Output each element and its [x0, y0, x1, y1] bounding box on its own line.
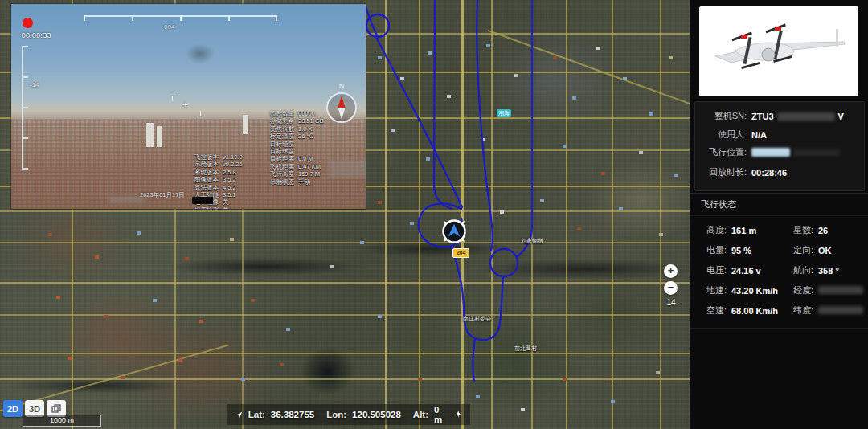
lat-label: Lat:	[248, 410, 265, 419]
record-timer: 00:00:33	[11, 31, 61, 39]
location-redacted	[751, 148, 790, 157]
coordinates-bar: Lat: 36.382755 Lon: 120.505028 Alt: 0 m	[227, 404, 470, 425]
compass-north-label: N	[339, 82, 345, 90]
telemetry-sidebar: 整机SN: ZTU3 V 使用人: N/A 飞行位置: 回放时长:	[690, 0, 868, 429]
lon-value: 120.505028	[352, 410, 401, 419]
longitude-stat: 经度:	[784, 280, 863, 300]
video-timestamp: 2023年01月17日	[140, 191, 185, 199]
heading-ruler	[84, 15, 277, 23]
airspeed-stat: 空速:68.00 Km/h	[698, 300, 778, 321]
app-window: 204 潮海 刘家烟墩 南庄村委会 前北葛村 Lat: 36.382755 Lo…	[0, 0, 868, 429]
crosshair-center: +	[182, 100, 187, 109]
battery-stat: 电量:95 %	[698, 240, 778, 260]
flight-info-panel: 整机SN: ZTU3 V 使用人: N/A 飞行位置: 回放时长:	[694, 101, 865, 191]
map-2d-button[interactable]: 2D	[3, 400, 23, 417]
pitch-ruler-value: -14	[30, 81, 39, 88]
osd-telemetry: 照片数量00000 存储剩余28.51 GB 变焦倍数1.0 X 标定温度26 …	[270, 110, 324, 186]
compass-indicator: N	[323, 80, 360, 129]
map-mode-controls: 2D 3D	[3, 400, 66, 417]
sn-label: 整机SN:	[695, 110, 747, 122]
sn-suffix: V	[838, 112, 844, 121]
alt-label: Alt:	[413, 410, 428, 419]
zoom-level: 14	[664, 298, 678, 307]
location-row: 飞行位置:	[695, 146, 864, 158]
map-place-label: 潮海	[497, 109, 511, 117]
satellites-stat: 星数:26	[784, 220, 863, 240]
record-indicator	[23, 18, 33, 28]
operator-row: 使用人: N/A	[695, 129, 864, 141]
sn-redacted	[777, 112, 835, 121]
altitude-stat: 高度:161 m	[698, 220, 778, 240]
divider	[690, 328, 868, 329]
groundspeed-stat: 地速:43.20 Km/h	[698, 280, 778, 300]
redacted-stamp	[192, 197, 213, 204]
duration-row: 回放时长: 00:28:46	[695, 166, 864, 178]
redacted-target-coords	[328, 160, 366, 178]
building	[157, 126, 162, 147]
camera-feed-window[interactable]: 00:00:33 004 -14 + N 飞控版本v1.10.0 吊舱版本v9.…	[11, 4, 366, 209]
road-number-badge: 204	[452, 248, 469, 258]
layers-button[interactable]	[47, 400, 66, 417]
plane-icon[interactable]	[454, 408, 462, 421]
operator-label: 使用人:	[695, 129, 747, 141]
map-zoom-controls: + − 14	[664, 264, 678, 307]
building	[146, 123, 154, 147]
map-place-label: 南庄村委会	[463, 315, 491, 323]
operator-value: N/A	[751, 130, 767, 140]
pitch-ruler	[22, 46, 30, 170]
location-label: 飞行位置:	[695, 146, 747, 158]
map-3d-button[interactable]: 3D	[25, 400, 44, 417]
lon-label: Lon:	[326, 410, 346, 419]
lat-value: 36.382755	[271, 410, 314, 419]
map-place-label: 前北葛村	[514, 345, 537, 353]
crosshair-reticle: +	[172, 96, 201, 116]
redacted-stamp	[109, 197, 145, 203]
orientation-stat: 定向:OK	[784, 240, 863, 260]
voltage-stat: 电压:24.16 v	[698, 260, 778, 280]
latitude-stat: 纬度:	[784, 300, 863, 321]
drone-position-marker	[440, 217, 469, 246]
map-place-label: 刘家烟墩	[521, 237, 543, 245]
zoom-out-button[interactable]: −	[664, 281, 678, 295]
duration-value: 00:28:46	[751, 168, 787, 178]
duration-label: 回放时长:	[695, 166, 747, 178]
heading-stat: 航向:358 °	[784, 260, 863, 280]
location-redacted-2	[793, 149, 840, 156]
flight-status-header: 飞行状态	[690, 193, 868, 216]
layers-icon	[51, 404, 61, 414]
heading-ruler-value: 004	[164, 23, 174, 31]
drone-image	[699, 6, 858, 96]
map-scale-bar: 1000 m	[23, 415, 101, 427]
sn-row: 整机SN: ZTU3 V	[695, 110, 864, 122]
sn-value: ZTU3	[751, 112, 774, 121]
cursor-icon	[235, 409, 243, 421]
alt-value: 0 m	[434, 405, 444, 424]
zoom-in-button[interactable]: +	[664, 264, 678, 278]
building	[243, 115, 248, 134]
